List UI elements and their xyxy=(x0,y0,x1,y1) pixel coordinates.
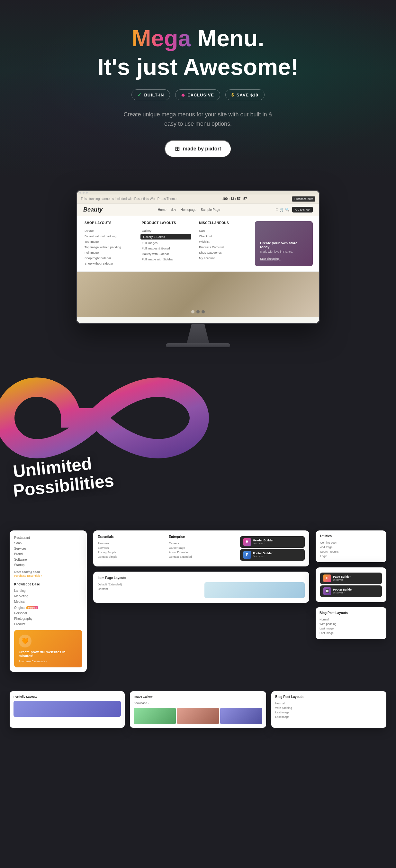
bottom-blog-padding[interactable]: With padding xyxy=(275,706,383,710)
go-to-shop-btn[interactable]: Go to shop xyxy=(292,207,313,213)
bottom-blog-last-img-2[interactable]: Last image xyxy=(275,715,383,719)
menu-item-default-no-padding[interactable]: Default without padding xyxy=(85,234,133,239)
lpn-marketing[interactable]: Marketing xyxy=(14,593,82,599)
lpn-landing[interactable]: Landing xyxy=(14,588,82,593)
made-by-button[interactable]: ⊞ made by pixfort xyxy=(164,140,232,157)
menu-item-wishlist[interactable]: Wishlist xyxy=(199,239,247,244)
purchase-essentials-link[interactable]: Purchase Essentials › xyxy=(14,574,82,578)
lpn-restaurant[interactable]: Restaurant xyxy=(14,535,82,540)
bottom-blog-normal[interactable]: Normal xyxy=(275,701,383,706)
nav-homepage[interactable]: Homepage xyxy=(181,208,196,212)
menu-item-shop-no-sidebar[interactable]: Shop without sidebar xyxy=(85,261,133,266)
lpn-photography[interactable]: Photography xyxy=(14,616,82,621)
contact-item[interactable]: Contact Simple xyxy=(98,555,162,559)
essentials-col: Essentials Features Services Pricing Sim… xyxy=(98,535,162,562)
purchase-btn[interactable]: Purchase now xyxy=(292,196,315,202)
unlimited-label: Unlimited Possibilities xyxy=(13,457,114,495)
nav-dev[interactable]: dev xyxy=(171,208,176,212)
menu-item-top-image[interactable]: Top Image xyxy=(85,239,133,244)
services-item[interactable]: Services xyxy=(98,546,162,550)
404-item[interactable]: 404 Page xyxy=(320,545,382,550)
content-item[interactable]: Content xyxy=(98,587,198,591)
menu-item-cart[interactable]: Cart xyxy=(199,228,247,234)
promo-title: Create your own store today! xyxy=(260,241,308,249)
item-page-layouts-title: Item Page Layouts xyxy=(98,576,305,580)
login-item[interactable]: Login xyxy=(320,554,382,558)
lpn-product[interactable]: Product xyxy=(14,621,82,627)
lpn-personal[interactable]: Personal xyxy=(14,611,82,616)
dot-1[interactable] xyxy=(191,310,194,313)
builders-right-body: P Page Builder Discover › 🔲 Popup Builde… xyxy=(316,567,386,602)
blog-card: Blog Post Layouts Normal With padding La… xyxy=(316,607,386,639)
menu-item-top-image-no-padding[interactable]: Top Image without padding xyxy=(85,244,133,250)
menu-item-shop-right-sidebar[interactable]: Shop Right Sidebar xyxy=(85,255,133,261)
about-extended-item[interactable]: About Extended xyxy=(169,550,233,555)
career-page-item[interactable]: Career page xyxy=(169,546,233,550)
page-builder-badge[interactable]: P Page Builder Discover › xyxy=(320,572,382,584)
menu-item-shop-categories[interactable]: Shop Categories xyxy=(199,250,247,255)
careers-item[interactable]: Careers xyxy=(169,541,233,546)
monitor-section: This stunning banner is included with Es… xyxy=(0,177,396,347)
header-builder-badge[interactable]: H Header Builder Discover › xyxy=(240,536,305,548)
menu-item-default[interactable]: Default xyxy=(85,228,133,234)
blog-last-image-item[interactable]: Last image xyxy=(319,626,383,631)
lpn-software[interactable]: Software xyxy=(14,557,82,562)
bottom-blog-title: Blog Post Layouts xyxy=(275,695,383,699)
promo-link[interactable]: Start shopping › xyxy=(260,257,281,260)
announcement-bar: This stunning banner is included with Es… xyxy=(77,194,319,204)
lpn-medical[interactable]: Medical xyxy=(14,599,82,604)
popup-builder-icon: 🔲 xyxy=(323,587,331,595)
btn-pixfort-icon: ⊞ xyxy=(175,145,180,152)
popup-builder-badge[interactable]: 🔲 Popup Builder Discover › xyxy=(320,585,382,597)
footer-builder-discover: Discover › xyxy=(253,555,273,558)
utilities-title: Utilities xyxy=(320,534,382,538)
nav-home[interactable]: Home xyxy=(158,208,166,212)
blog-normal-item[interactable]: Normal xyxy=(319,617,383,622)
page-builder-label: Page Builder xyxy=(333,575,351,578)
lpn-brand[interactable]: Brand xyxy=(14,551,82,557)
features-item[interactable]: Features xyxy=(98,541,162,546)
new-badge: matches xyxy=(26,606,38,609)
menu-item-products-carousel[interactable]: Products Carousel xyxy=(199,244,247,250)
menu-item-gallery-sidebar[interactable]: Gallery with Sidebar xyxy=(142,251,190,256)
hero-section: Mega Menu. It's just Awesome! ✓ BUILT-IN… xyxy=(0,0,396,177)
menu-item-full-images-boxed[interactable]: Full Images & Boxed xyxy=(142,246,190,251)
menu-item-full-image-sidebar[interactable]: Full Image with Sidebar xyxy=(142,256,190,262)
menu-item-full-image[interactable]: Full Image xyxy=(85,250,133,255)
popup-builder-discover: Discover › xyxy=(333,591,353,594)
bottom-blog-last-img[interactable]: Last image xyxy=(275,710,383,715)
lpn-saas[interactable]: SaaS xyxy=(14,540,82,546)
pricing-item[interactable]: Pricing Simple xyxy=(98,550,162,555)
promo-icon: 🧡 xyxy=(19,634,31,648)
search-results-item[interactable]: Search results xyxy=(320,550,382,554)
utilities-body: Utilities Coming soon 404 Page Search re… xyxy=(316,530,386,562)
lpn-original[interactable]: Original matches xyxy=(14,605,38,611)
footer-builder-badge[interactable]: F Footer Builder Discover › xyxy=(240,549,305,561)
lpn-startup[interactable]: Startup xyxy=(14,562,82,568)
blog-padding-item[interactable]: With padding xyxy=(319,622,383,626)
nav-sample[interactable]: Sample Page xyxy=(201,208,220,212)
dot-3[interactable] xyxy=(202,310,205,313)
contact-extended-item[interactable]: Contact Extended xyxy=(169,555,233,559)
carousel-dots xyxy=(191,310,205,313)
promo-box-subtitle: Purchase Essentials › xyxy=(19,660,78,663)
shop-layouts-col: Shop Layouts Default Default without pad… xyxy=(83,221,137,266)
header-builder-label: Header Builder xyxy=(253,539,274,542)
showcase-link[interactable]: Showcase › xyxy=(134,701,263,705)
menu-item-gallery-boxed[interactable]: Gallery & Boxed xyxy=(141,234,191,240)
product-layouts-title: Product Layouts xyxy=(142,221,190,225)
blog-last-image-2-item[interactable]: Last image xyxy=(319,631,383,635)
monitor-screen: This stunning banner is included with Es… xyxy=(77,194,319,323)
footer-builder-info: Footer Builder Discover › xyxy=(253,552,273,558)
hero-title: Mega Menu. It's just Awesome! xyxy=(6,26,390,80)
default-extended-item[interactable]: Default (Extended) xyxy=(98,582,198,587)
menu-item-my-account[interactable]: My account xyxy=(199,255,247,261)
menu-item-checkout[interactable]: Checkout xyxy=(199,234,247,239)
more-coming-label: More coming soon xyxy=(14,570,82,574)
portfolio-image xyxy=(13,701,121,717)
menu-item-gallery[interactable]: Gallery xyxy=(142,228,190,234)
dot-2[interactable] xyxy=(196,310,200,313)
lpn-services[interactable]: Services xyxy=(14,546,82,551)
menu-item-full-images[interactable]: Full Images xyxy=(142,240,190,246)
coming-soon-item[interactable]: Coming soon xyxy=(320,540,382,545)
